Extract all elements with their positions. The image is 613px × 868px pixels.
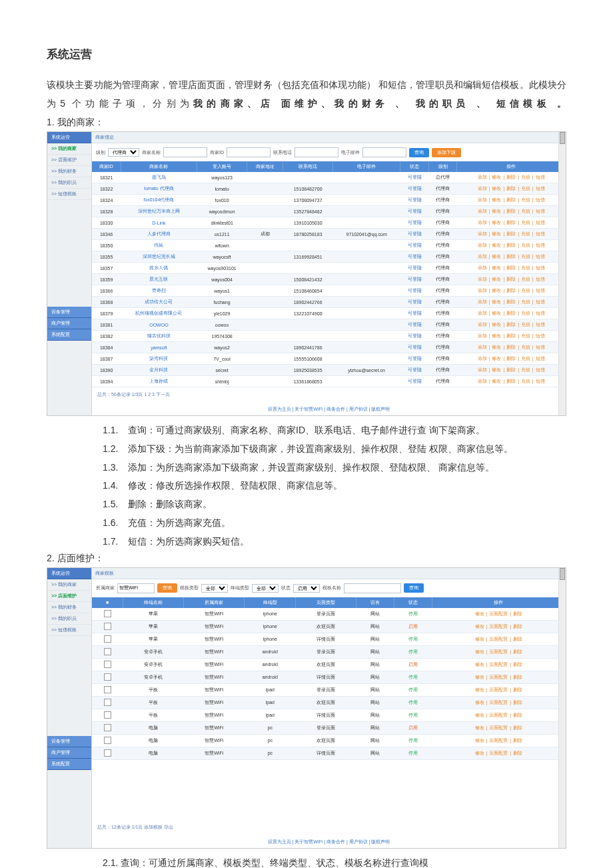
sidebar-item-my-staff[interactable]: >> 我的职员: [47, 177, 91, 189]
cell-check[interactable]: [92, 633, 123, 645]
cell-name[interactable]: 晨光互联: [121, 274, 197, 285]
cell-name[interactable]: 愚飞鸟: [121, 172, 197, 183]
sidebar-item-sms-tpl[interactable]: >> 短信模板: [47, 189, 91, 200]
cell-ops[interactable]: 添加 | 修改 | 删除 | 充值 | 短信: [457, 308, 566, 319]
checkbox-icon[interactable]: [104, 673, 111, 681]
cell-ops[interactable]: 修改 | 页面配置 | 删除: [432, 608, 565, 621]
cell-ops[interactable]: 添加 | 修改 | 删除 | 充值 | 短信: [457, 274, 566, 285]
cell-ops[interactable]: 添加 | 修改 | 删除 | 充值 | 短信: [457, 297, 566, 308]
checkbox-icon[interactable]: [104, 711, 111, 719]
cell-status[interactable]: 可登陆: [400, 308, 429, 319]
cell-status[interactable]: 可登陆: [400, 229, 429, 240]
cell-name[interactable]: fox0104代理商: [121, 195, 197, 206]
cell-ops[interactable]: 修改 | 页面配置 | 删除: [432, 721, 565, 734]
footer-links[interactable]: 设置为主页 | 关于智慧WiFi | 商务合作 | 用户协议 | 版权声明: [92, 402, 566, 415]
cell-name[interactable]: D-Link: [121, 217, 197, 229]
level-select[interactable]: 代理商: [108, 148, 139, 157]
checkbox-icon[interactable]: [104, 737, 111, 744]
cell-ops[interactable]: 添加 | 修改 | 删除 | 充值 | 短信: [457, 183, 566, 195]
cell-ops[interactable]: 修改 | 页面配置 | 删除: [432, 658, 565, 671]
cell-ops[interactable]: 添加 | 修改 | 删除 | 充值 | 短信: [457, 206, 566, 217]
state-select[interactable]: 启用: [293, 584, 320, 593]
cell-ops[interactable]: 添加 | 修改 | 删除 | 充值 | 短信: [457, 376, 566, 387]
cell-ops[interactable]: 修改 | 页面配置 | 删除: [432, 709, 565, 721]
cell-ops[interactable]: 修改 | 页面配置 | 删除: [432, 633, 565, 645]
sidebar-group-ops[interactable]: 系统运营: [47, 132, 91, 143]
cell-check[interactable]: [92, 734, 123, 747]
checkbox-icon[interactable]: [104, 648, 111, 655]
cell-state[interactable]: 停用: [394, 747, 432, 759]
cell-name[interactable]: yamsoft: [121, 342, 197, 353]
cell-status[interactable]: 可登陆: [400, 285, 429, 297]
cell-state[interactable]: 停用: [394, 734, 432, 747]
cell-name[interactable]: 金月科技: [121, 365, 197, 376]
search-button[interactable]: 查询: [404, 583, 424, 593]
cell-status[interactable]: 可登陆: [400, 195, 429, 206]
cell-ops[interactable]: 修改 | 页面配置 | 删除: [432, 620, 565, 633]
checkbox-icon[interactable]: [104, 610, 111, 617]
cell-status[interactable]: 可登陆: [400, 297, 429, 308]
cell-status[interactable]: 可登陆: [400, 274, 429, 285]
cell-name[interactable]: 人多代理商: [121, 229, 197, 240]
cell-name[interactable]: 上海孙炫: [121, 376, 197, 387]
checkbox-icon[interactable]: [104, 749, 111, 757]
cell-state[interactable]: 启用: [394, 658, 432, 671]
cell-status[interactable]: 可登陆: [400, 217, 429, 229]
cell-name[interactable]: 深圳世纪宽长城: [121, 251, 197, 263]
sidebar-item-page-maint[interactable]: >> 店面维护: [47, 155, 91, 166]
cell-ops[interactable]: 添加 | 修改 | 删除 | 充值 | 短信: [457, 285, 566, 297]
merchant-input[interactable]: [117, 583, 155, 593]
cell-status[interactable]: 可登陆: [400, 206, 429, 217]
cell-name[interactable]: 成功传大公司: [121, 297, 197, 308]
cell-status[interactable]: 可登陆: [400, 342, 429, 353]
cell-ops[interactable]: 修改 | 页面配置 | 删除: [432, 645, 565, 658]
checkbox-icon[interactable]: [104, 661, 111, 668]
checkbox-icon[interactable]: [104, 635, 111, 643]
cell-check[interactable]: [92, 671, 123, 683]
sidebar-group-device[interactable]: 设备管理: [47, 307, 91, 318]
cell-ops[interactable]: 添加 | 修改 | 删除 | 充值 | 短信: [457, 331, 566, 342]
cell-ops[interactable]: 添加 | 修改 | 删除 | 充值 | 短信: [457, 353, 566, 365]
cell-ops[interactable]: 添加 | 修改 | 删除 | 充值 | 短信: [457, 217, 566, 229]
cell-name[interactable]: 查奇烈: [121, 285, 197, 297]
term-type-select[interactable]: 全部: [252, 584, 279, 593]
phone-input[interactable]: [295, 147, 338, 157]
cell-ops[interactable]: 添加 | 修改 | 删除 | 充值 | 短信: [457, 365, 566, 376]
scrollbar-thumb[interactable]: [560, 132, 565, 144]
cell-check[interactable]: [92, 683, 123, 696]
tpl-type-select[interactable]: 全部: [201, 584, 228, 593]
cell-check[interactable]: [92, 721, 123, 734]
footer-links[interactable]: 设置为主页 | 关于智慧WiFi | 商务合作 | 用户协议 | 版权声明: [92, 835, 566, 848]
cell-name[interactable]: 柒湾科技: [121, 353, 197, 365]
cell-state[interactable]: 停用: [394, 608, 432, 621]
cell-name[interactable]: 猫吉优科技: [121, 331, 197, 342]
cell-status[interactable]: 可登陆: [400, 331, 429, 342]
cell-state[interactable]: 停用: [394, 633, 432, 645]
cell-status[interactable]: 可登陆: [400, 183, 429, 195]
sidebar-item-my-merchant[interactable]: >> 我的商家: [47, 143, 91, 155]
cell-check[interactable]: [92, 709, 123, 721]
cell-ops[interactable]: 修改 | 页面配置 | 删除: [432, 747, 565, 759]
checkbox-icon[interactable]: [104, 623, 111, 630]
cell-ops[interactable]: 修改 | 页面配置 | 删除: [432, 696, 565, 709]
cell-state[interactable]: 停用: [394, 683, 432, 696]
cell-ops[interactable]: 修改 | 页面配置 | 删除: [432, 683, 565, 696]
sidebar-group-ops[interactable]: 系统运营: [47, 568, 91, 579]
cell-status[interactable]: 可登陆: [400, 376, 429, 387]
cell-state[interactable]: 停用: [394, 671, 432, 683]
cell-ops[interactable]: 添加 | 修改 | 删除 | 充值 | 短信: [457, 342, 566, 353]
sidebar-group-device[interactable]: 设备管理: [47, 736, 91, 747]
sidebar-item-my-finance[interactable]: >> 我的财务: [47, 166, 91, 177]
cell-state[interactable]: 停用: [394, 645, 432, 658]
cell-check[interactable]: [92, 645, 123, 658]
cell-ops[interactable]: 添加 | 修改 | 删除 | 充值 | 短信: [457, 251, 566, 263]
cell-ops[interactable]: 添加 | 修改 | 删除 | 充值 | 短信: [457, 172, 566, 183]
select-button[interactable]: 查询: [157, 583, 177, 593]
pager[interactable]: 总共：56条记录 1/3页 1 2 3 下一页: [92, 387, 566, 402]
cell-ops[interactable]: 添加 | 修改 | 删除 | 充值 | 短信: [457, 319, 566, 331]
cell-ops[interactable]: 添加 | 修改 | 删除 | 充值 | 短信: [457, 240, 566, 251]
cell-name[interactable]: tomato 代理商: [121, 183, 197, 195]
cell-status[interactable]: 可登陆: [400, 365, 429, 376]
cell-status[interactable]: 可登陆: [400, 353, 429, 365]
cell-ops[interactable]: 添加 | 修改 | 删除 | 充值 | 短信: [457, 263, 566, 274]
